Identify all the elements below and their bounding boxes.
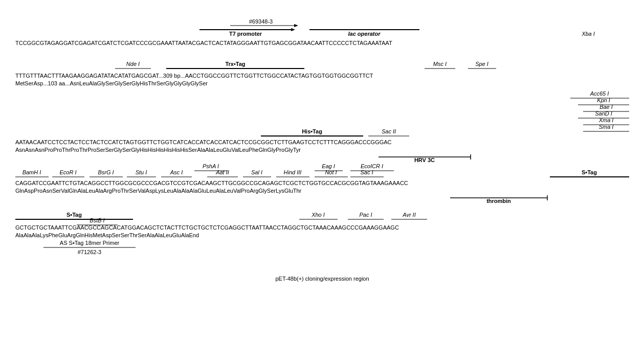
sac1-label: Sac I: [360, 169, 373, 175]
seq-row2: TTTGTTTAACTTTAAGAAGGAGATATACATATGAGCGAT.…: [15, 73, 373, 79]
trx-tag-label: Trx•Tag: [225, 61, 245, 67]
diagram-title: pET-48b(+) cloning/expression region: [275, 276, 369, 282]
hrv3c-label: HRV 3C: [414, 157, 435, 163]
aa-row3: AsnAsnAsnProProThrProThrProSerSerGlySerG…: [15, 147, 301, 153]
primer-71262-label: #71262-3: [78, 249, 102, 255]
aa-row2: MetSerAsp...103 aa...AsnLeuAlaGlySerGlyS…: [15, 80, 208, 86]
eag1-label: Eag I: [322, 163, 335, 169]
primer-69348-label: #69348-3: [249, 18, 273, 25]
sal1-label: Sal I: [251, 169, 262, 175]
aa-row5: AlaAlaAlaLysPheGluArgGlnHisMetAspSerSerT…: [15, 232, 199, 238]
thrombin-label: thrombin: [486, 198, 511, 204]
stag-row5-label: S•Tag: [66, 212, 82, 218]
svg-marker-1: [294, 24, 298, 27]
kpn1-label: Kpn I: [597, 97, 610, 103]
stu1-label: Stu I: [136, 169, 147, 175]
msc1-label: Msc I: [433, 61, 447, 67]
sma1-label: Sma I: [599, 124, 614, 130]
avr2-label: Avr II: [402, 212, 415, 218]
seq-row1: TCCGGCGTAGAGGATCGAGATCGATCTCGATCCCGCGAAA…: [15, 40, 392, 46]
sac2-label: Sac II: [382, 128, 396, 134]
spe1-label: Spe I: [475, 61, 488, 67]
aa-row4: GlnAspProAsnSerValGlnAlaLeuAlaArgProThrS…: [15, 188, 302, 194]
aat2-label: Aat II: [215, 169, 229, 175]
sequence-diagram: #69348-3 T7 promoter lac operator Xba I …: [10, 12, 634, 350]
t7-promoter-label: T7 promoter: [229, 31, 262, 37]
stag-row4-label: S•Tag: [582, 169, 597, 175]
hind3-label: Hind III: [284, 169, 302, 175]
psha1-label: PshA I: [203, 163, 219, 169]
seq-row3: AATAACAATCCTCCTACTCCTACTCCATCTAGTGGTTCTG…: [15, 139, 392, 145]
sand1-label: SanD I: [595, 110, 612, 117]
his-tag-label: His•Tag: [302, 128, 322, 134]
acc65-label: Acc65 I: [590, 90, 609, 97]
not1-label: Not I: [325, 169, 337, 175]
as-stag-primer-label: AS S•Tag 18mer Primer: [60, 240, 120, 246]
diagram-area: #69348-3 T7 promoter lac operator Xba I …: [10, 12, 634, 352]
svg-marker-3: [291, 28, 295, 31]
main-container: #69348-3 T7 promoter lac operator Xba I …: [0, 0, 644, 364]
xho1-label: Xho I: [311, 212, 325, 218]
asc1-label: Asc I: [170, 169, 183, 175]
bsrg1-label: BsrG I: [98, 169, 114, 175]
bae1-label: Bae I: [599, 104, 613, 110]
bamh1-label: BamH I: [23, 169, 41, 175]
seq-row5: GCTGCTGCTAAATTCGAACGCCAGCACATGGACAGCTCTA…: [15, 224, 399, 231]
seq-row4: CAGGATCCGAATTCTGTACAGGCCTTGGCGCGCCCGACGT…: [15, 180, 408, 186]
pac1-label: Pac I: [359, 212, 372, 218]
xba1-label: Xba I: [581, 31, 595, 37]
nde1-label: Nde I: [126, 61, 140, 67]
ecoicr1-label: EcoICR I: [361, 163, 383, 169]
lac-operator-label: lac operator: [348, 31, 381, 37]
ecor1-label: EcoR I: [59, 169, 76, 175]
bstb1-label: BstB I: [90, 217, 104, 223]
xma1-label: Xma I: [598, 117, 614, 123]
